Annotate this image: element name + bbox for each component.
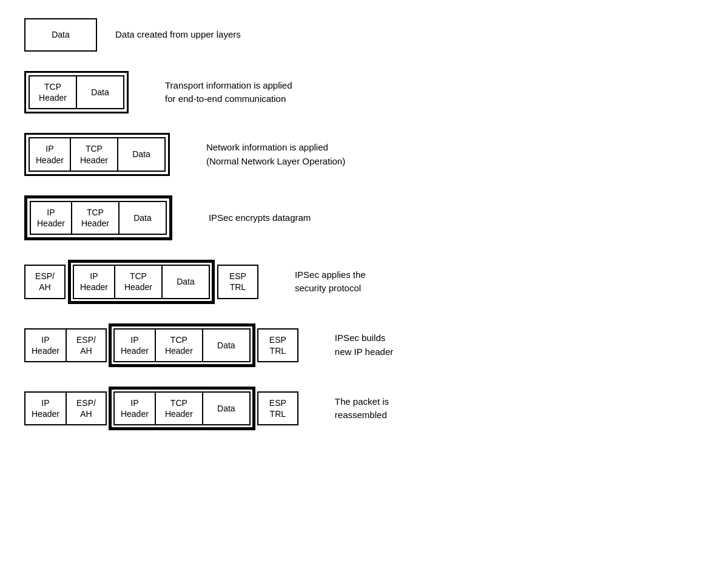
packet-group-ip-normal: IPHeader TCPHeader Data	[24, 133, 170, 175]
row-ipsec-protocol: ESP/AH IPHeader TCPHeader Data ESPTRL IP…	[24, 260, 704, 303]
row-ip-normal-description: Network information is applied(Normal Ne…	[206, 141, 345, 168]
data-box-3: Data	[117, 137, 166, 171]
esp-ah-1: ESP/AH	[24, 265, 66, 299]
row-ipsec-protocol-description: IPSec applies thesecurity protocol	[295, 268, 366, 296]
esp-ah-3: ESP/AH	[66, 391, 107, 425]
row-tcp: TCPHeader Data Transport information is …	[24, 71, 704, 113]
tcp-header-box: TCPHeader	[29, 75, 77, 109]
ip-header-ni: IPHeader	[113, 328, 156, 362]
data-ni: Data	[202, 328, 251, 362]
row-reassembled-description: The packet isreassembled	[335, 395, 389, 422]
esp-trl-3: ESPTRL	[257, 391, 298, 425]
packet-group-ipsec-protocol: ESP/AH IPHeader TCPHeader Data ESPTRL	[24, 260, 258, 303]
packet-group-data: Data	[24, 18, 97, 52]
ip-header-ri: IPHeader	[113, 391, 156, 425]
tcp-header-ri: TCPHeader	[155, 391, 203, 425]
packet-group-reassembled: IPHeader ESP/AH IPHeader TCPHeader Data …	[24, 387, 298, 430]
data-ri: Data	[202, 391, 251, 425]
row-ipsec-new-ip-description: IPSec buildsnew IP header	[335, 331, 393, 359]
data-enc: Data	[118, 201, 167, 235]
tcp-header-ni: TCPHeader	[155, 328, 203, 362]
row-reassembled: IPHeader ESP/AH IPHeader TCPHeader Data …	[24, 387, 704, 430]
row-ipsec-new-ip: IPHeader ESP/AH IPHeader TCPHeader Data …	[24, 323, 704, 367]
row-data-description: Data created from upper layers	[115, 28, 241, 42]
packet-group-tcp: TCPHeader Data	[24, 71, 129, 113]
ip-header-enc: IPHeader	[30, 201, 72, 235]
tcp-header-p: TCPHeader	[114, 265, 163, 299]
data-p: Data	[161, 265, 210, 299]
row-ipsec-encrypt-description: IPSec encrypts datagram	[209, 211, 311, 225]
packet-group-ipsec-encrypt: IPHeader TCPHeader Data	[24, 195, 172, 240]
tcp-header-box-2: TCPHeader	[70, 137, 118, 171]
ip-header-re: IPHeader	[24, 391, 67, 425]
ip-header-p: IPHeader	[73, 265, 115, 299]
ip-header-box: IPHeader	[29, 137, 71, 171]
row-ip-normal: IPHeader TCPHeader Data Network informat…	[24, 133, 704, 175]
data-box-2: Data	[76, 75, 124, 109]
ip-header-new: IPHeader	[24, 328, 67, 362]
row-data: Data Data created from upper layers	[24, 18, 704, 52]
esp-ah-2: ESP/AH	[66, 328, 107, 362]
row-ipsec-encrypt: IPHeader TCPHeader Data IPSec encrypts d…	[24, 195, 704, 240]
tcp-header-enc: TCPHeader	[71, 201, 120, 235]
esp-trl-1: ESPTRL	[217, 265, 258, 299]
data-box: Data	[24, 18, 97, 52]
packet-group-ipsec-new-ip: IPHeader ESP/AH IPHeader TCPHeader Data …	[24, 323, 298, 367]
esp-trl-2: ESPTRL	[257, 328, 298, 362]
row-tcp-description: Transport information is appliedfor end-…	[165, 79, 292, 106]
